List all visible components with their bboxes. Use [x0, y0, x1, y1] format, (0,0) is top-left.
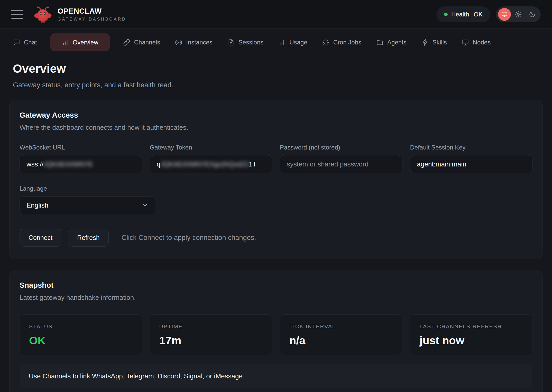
- refresh-button[interactable]: Refresh: [68, 229, 109, 247]
- websocket-url-label: WebSocket URL: [20, 144, 142, 151]
- stat-tick-interval: TICK INTERVAL n/a: [280, 314, 402, 355]
- stat-uptime: UPTIME 17m: [150, 314, 272, 355]
- sun-icon: [515, 11, 522, 18]
- websocket-url-field-group: WebSocket URL wss:// JQKAE4XMNYE: [20, 144, 142, 173]
- nav-item-sessions[interactable]: Sessions: [226, 33, 265, 51]
- snapshot-card: Snapshot Latest gateway handshake inform…: [10, 270, 542, 392]
- nav-item-cron-jobs[interactable]: Cron Jobs: [321, 33, 363, 51]
- password-field-group: Password (not stored): [280, 144, 402, 173]
- nav-item-instances[interactable]: Instances: [173, 33, 214, 51]
- monitor-icon: [462, 39, 469, 46]
- session-key-field-group: Default Session Key agent:main:main: [410, 144, 533, 173]
- nav-item-overview[interactable]: Overview: [50, 33, 110, 51]
- stat-uptime-label: UPTIME: [159, 323, 263, 330]
- nav-item-usage[interactable]: Usage: [277, 33, 309, 51]
- gateway-access-subtitle: Where the dashboard connects and how it …: [20, 124, 532, 132]
- theme-system-button[interactable]: [498, 8, 511, 21]
- nav-item-agents[interactable]: Agents: [375, 33, 408, 51]
- header: OPENCLAW GATEWAY DASHBOARD Health OK: [0, 0, 552, 29]
- brand-title: OPENCLAW: [58, 7, 126, 15]
- connect-hint: Click Connect to apply connection change…: [122, 234, 256, 242]
- snapshot-title: Snapshot: [20, 281, 532, 290]
- gateway-token-label: Gateway Token: [150, 144, 272, 151]
- nav-item-skills[interactable]: Skills: [420, 33, 448, 51]
- health-status: OK: [474, 11, 483, 18]
- theme-dark-button[interactable]: [526, 8, 539, 21]
- main-nav: Chat Overview Channels Instances Session…: [0, 29, 552, 55]
- bar-chart-icon: [62, 39, 69, 46]
- stat-tick-interval-label: TICK INTERVAL: [289, 323, 393, 330]
- chat-bubble-icon: [13, 39, 20, 46]
- menu-icon[interactable]: [11, 10, 23, 19]
- theme-light-button[interactable]: [512, 8, 525, 21]
- health-dot-icon: [444, 13, 448, 16]
- stat-last-channels-refresh-label: LAST CHANNELS REFRESH: [420, 323, 523, 330]
- redacted-websocket-value: JQKAE4XMNYE: [43, 160, 93, 168]
- theme-toggle: [496, 6, 541, 22]
- stat-status-value: OK: [29, 334, 133, 347]
- stat-status: STATUS OK: [20, 314, 142, 355]
- snapshot-subtitle: Latest gateway handshake information.: [20, 294, 532, 302]
- openclaw-logo-icon: [33, 5, 52, 24]
- session-key-input[interactable]: agent:main:main: [410, 155, 533, 173]
- gateway-access-title: Gateway Access: [20, 111, 532, 119]
- redacted-token-value: JQKAE4XMNYEXgs2hQsdZ2: [160, 160, 249, 168]
- language-label: Language: [20, 185, 532, 192]
- health-badge: Health OK: [436, 6, 490, 22]
- password-input[interactable]: [280, 155, 402, 173]
- moon-icon: [529, 11, 536, 18]
- bar-chart-icon: [278, 39, 286, 46]
- stat-status-label: STATUS: [29, 323, 133, 330]
- chevron-down-icon: [142, 202, 148, 209]
- page-subtitle: Gateway status, entry points, and a fast…: [13, 81, 539, 89]
- language-select[interactable]: English: [20, 196, 155, 214]
- brand-block: OPENCLAW GATEWAY DASHBOARD: [58, 7, 126, 22]
- page-title: Overview: [13, 62, 539, 76]
- connect-button[interactable]: Connect: [20, 229, 61, 247]
- gateway-token-input[interactable]: q JQKAE4XMNYEXgs2hQsdZ2 1T: [150, 155, 272, 173]
- nav-item-channels[interactable]: Channels: [122, 33, 162, 51]
- brand-subtitle: GATEWAY DASHBOARD: [58, 17, 126, 22]
- nav-item-nodes[interactable]: Nodes: [460, 33, 492, 51]
- websocket-url-input[interactable]: wss:// JQKAE4XMNYE: [20, 155, 142, 173]
- stat-last-channels-refresh: LAST CHANNELS REFRESH just now: [410, 314, 533, 355]
- zap-icon: [421, 39, 429, 46]
- link-icon: [123, 39, 130, 46]
- loader-icon: [322, 39, 329, 46]
- channels-note: Use Channels to link WhatsApp, Telegram,…: [20, 364, 532, 388]
- file-text-icon: [227, 39, 235, 46]
- stat-tick-interval-value: n/a: [289, 334, 393, 347]
- stat-uptime-value: 17m: [159, 334, 263, 347]
- session-key-label: Default Session Key: [410, 144, 533, 151]
- monitor-icon: [501, 11, 508, 18]
- password-label: Password (not stored): [280, 144, 402, 151]
- radio-icon: [175, 39, 182, 46]
- stat-last-channels-refresh-value: just now: [420, 334, 523, 347]
- nav-item-chat[interactable]: Chat: [11, 33, 39, 51]
- health-label: Health: [451, 11, 469, 18]
- gateway-access-card: Gateway Access Where the dashboard conne…: [10, 100, 542, 259]
- gateway-token-field-group: Gateway Token q JQKAE4XMNYEXgs2hQsdZ2 1T: [150, 144, 272, 173]
- folder-icon: [376, 39, 383, 46]
